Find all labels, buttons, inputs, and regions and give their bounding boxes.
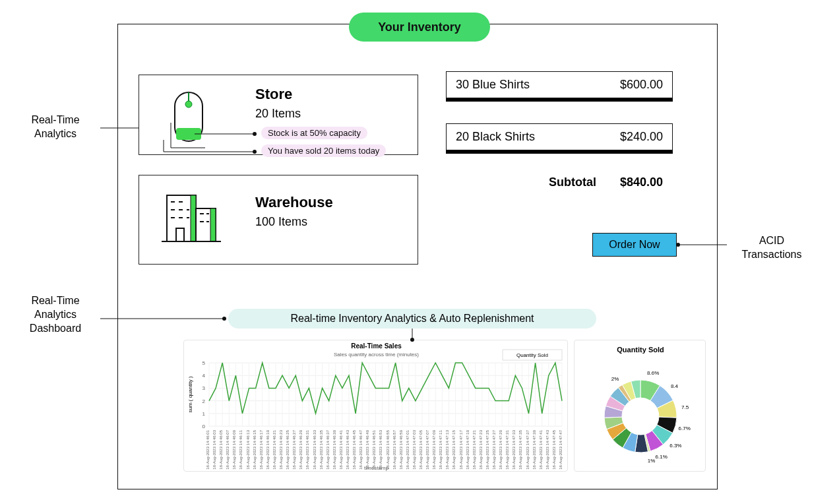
svg-text:16-Aug-2023 14:46:07: 16-Aug-2023 14:46:07 [226,429,230,469]
page-title-chip: Your Inventory [349,13,490,42]
svg-text:16-Aug-2023 14:47:47: 16-Aug-2023 14:47:47 [559,429,563,469]
svg-text:16-Aug-2023 14:46:35: 16-Aug-2023 14:46:35 [319,429,323,469]
cart-line-1-label: 30 Blue Shirts [456,78,530,92]
callout-realtime-analytics: Real-TimeAnalytics [12,113,99,141]
svg-text:16-Aug-2023 14:47:03: 16-Aug-2023 14:47:03 [412,429,416,469]
svg-text:16-Aug-2023 14:46:59: 16-Aug-2023 14:46:59 [399,429,403,469]
svg-text:16-Aug-2023 14:46:21: 16-Aug-2023 14:46:21 [272,429,276,469]
svg-text:16-Aug-2023 14:46:03: 16-Aug-2023 14:46:03 [212,429,216,469]
svg-text:16-Aug-2023 14:47:19: 16-Aug-2023 14:47:19 [466,429,470,469]
callout-analytics-dashboard: Real-TimeAnalyticsDashboard [12,294,99,335]
svg-text:16-Aug-2023 14:46:53: 16-Aug-2023 14:46:53 [379,429,383,469]
svg-text:2%: 2% [611,376,619,382]
store-pill-stock: Stock is at 50% capacity [261,127,367,139]
svg-text:16-Aug-2023 14:47:31: 16-Aug-2023 14:47:31 [505,429,509,469]
svg-text:16-Aug-2023 14:46:51: 16-Aug-2023 14:46:51 [372,429,376,469]
svg-text:16-Aug-2023 14:46:57: 16-Aug-2023 14:46:57 [392,429,396,469]
quantity-sold-donut: Quantity Sold8.6%8.47.56.7%6.3%6.1%1%2% [574,340,706,472]
svg-text:4: 4 [202,373,206,379]
svg-text:16-Aug-2023 14:46:33: 16-Aug-2023 14:46:33 [313,429,317,469]
cart-line-2-price: $240.00 [620,130,663,144]
svg-text:16-Aug-2023 14:46:25: 16-Aug-2023 14:46:25 [286,429,290,469]
svg-text:16-Aug-2023 14:46:09: 16-Aug-2023 14:46:09 [232,429,236,469]
svg-text:16-Aug-2023 14:47:29: 16-Aug-2023 14:47:29 [499,429,503,469]
cart-line-1-price: $600.00 [620,78,663,92]
svg-text:8.6%: 8.6% [647,370,659,376]
store-pill-sold: You have sold 20 items today [261,144,386,157]
svg-text:16-Aug-2023 14:46:55: 16-Aug-2023 14:46:55 [386,429,390,469]
svg-text:Quantity Sold: Quantity Sold [617,346,664,354]
svg-text:16-Aug-2023 14:47:11: 16-Aug-2023 14:47:11 [439,429,443,469]
store-title: Store [255,86,301,103]
svg-text:16-Aug-2023 14:47:05: 16-Aug-2023 14:47:05 [419,429,423,469]
svg-text:1%: 1% [648,458,656,464]
svg-rect-8 [176,128,201,140]
svg-text:16-Aug-2023 14:47:01: 16-Aug-2023 14:47:01 [406,429,410,469]
realtime-sales-chart: 012345Real-Time SalesSales quantity acro… [183,340,568,472]
warehouse-card: Warehouse 100 Items [139,175,418,265]
svg-text:16-Aug-2023 14:46:27: 16-Aug-2023 14:46:27 [292,429,296,469]
svg-text:6.7%: 6.7% [679,425,691,431]
subtotal-label: Subtotal [549,175,596,189]
svg-text:timestamp: timestamp [364,465,388,471]
cart-line-2: 20 Black Shirts $240.00 [446,123,673,154]
svg-text:16-Aug-2023 14:46:29: 16-Aug-2023 14:46:29 [299,429,303,469]
svg-text:16-Aug-2023 14:47:17: 16-Aug-2023 14:47:17 [459,429,463,469]
svg-text:5: 5 [202,360,206,366]
svg-text:8.4: 8.4 [671,383,679,389]
pill-dot-2 [253,150,257,154]
svg-text:16-Aug-2023 14:47:43: 16-Aug-2023 14:47:43 [545,429,549,469]
svg-text:2: 2 [202,398,206,404]
svg-text:16-Aug-2023 14:46:05: 16-Aug-2023 14:46:05 [219,429,223,469]
svg-rect-14 [210,208,216,241]
svg-text:16-Aug-2023 14:46:45: 16-Aug-2023 14:46:45 [352,429,356,469]
svg-text:sum ( quantity ): sum ( quantity ) [187,376,193,412]
svg-text:16-Aug-2023 14:47:25: 16-Aug-2023 14:47:25 [485,429,489,469]
svg-text:16-Aug-2023 14:47:15: 16-Aug-2023 14:47:15 [452,429,456,469]
tag-icon [152,84,232,147]
svg-text:16-Aug-2023 14:47:41: 16-Aug-2023 14:47:41 [539,429,543,469]
svg-text:16-Aug-2023 14:46:23: 16-Aug-2023 14:46:23 [279,429,283,469]
store-card: Store 20 Items [139,75,418,155]
svg-text:16-Aug-2023 14:47:13: 16-Aug-2023 14:47:13 [445,429,449,469]
svg-text:16-Aug-2023 14:47:33: 16-Aug-2023 14:47:33 [512,429,516,469]
svg-text:16-Aug-2023 14:47:39: 16-Aug-2023 14:47:39 [532,429,536,469]
warehouse-title: Warehouse [255,194,333,211]
svg-rect-15 [176,228,184,241]
warehouse-item-count: 100 Items [255,215,333,229]
building-icon [152,190,232,253]
svg-point-10 [185,101,192,108]
svg-text:16-Aug-2023 14:47:21: 16-Aug-2023 14:47:21 [472,429,476,469]
svg-text:16-Aug-2023 14:47:35: 16-Aug-2023 14:47:35 [518,429,522,469]
svg-text:16-Aug-2023 14:46:39: 16-Aug-2023 14:46:39 [332,429,336,469]
svg-text:16-Aug-2023 14:46:47: 16-Aug-2023 14:46:47 [359,429,363,469]
svg-text:16-Aug-2023 14:46:43: 16-Aug-2023 14:46:43 [346,429,350,469]
svg-text:16-Aug-2023 14:46:15: 16-Aug-2023 14:46:15 [253,429,257,469]
svg-text:16-Aug-2023 14:47:09: 16-Aug-2023 14:47:09 [432,429,436,469]
svg-text:3: 3 [202,385,206,391]
callout-acid-transactions: ACIDTransactions [732,234,811,262]
svg-text:16-Aug-2023 14:46:41: 16-Aug-2023 14:46:41 [339,429,343,469]
svg-text:16-Aug-2023 14:47:27: 16-Aug-2023 14:47:27 [492,429,496,469]
svg-text:16-Aug-2023 14:46:37: 16-Aug-2023 14:46:37 [326,429,330,469]
svg-text:16-Aug-2023 14:46:19: 16-Aug-2023 14:46:19 [266,429,270,469]
svg-text:6.3%: 6.3% [669,443,681,449]
pill-dot-1 [253,132,257,136]
svg-rect-12 [191,195,196,241]
subtotal-value: $840.00 [620,175,663,189]
svg-text:16-Aug-2023 14:46:17: 16-Aug-2023 14:46:17 [259,429,263,469]
svg-text:Quantity Sold: Quantity Sold [516,352,548,358]
svg-text:16-Aug-2023 14:46:49: 16-Aug-2023 14:46:49 [365,429,369,469]
svg-text:16-Aug-2023 14:47:23: 16-Aug-2023 14:47:23 [479,429,483,469]
svg-text:16-Aug-2023 14:46:01: 16-Aug-2023 14:46:01 [206,429,210,469]
svg-text:16-Aug-2023 14:46:13: 16-Aug-2023 14:46:13 [246,429,250,469]
svg-text:16-Aug-2023 14:46:11: 16-Aug-2023 14:46:11 [239,429,243,469]
svg-text:0: 0 [202,424,206,429]
svg-text:6.1%: 6.1% [656,454,668,460]
cart-line-2-label: 20 Black Shirts [456,130,535,144]
order-now-button[interactable]: Order Now [592,233,677,257]
cart-line-1: 30 Blue Shirts $600.00 [446,71,673,102]
svg-text:16-Aug-2023 14:47:07: 16-Aug-2023 14:47:07 [425,429,429,469]
svg-text:7.5: 7.5 [681,404,689,410]
svg-text:16-Aug-2023 14:47:37: 16-Aug-2023 14:47:37 [526,429,530,469]
